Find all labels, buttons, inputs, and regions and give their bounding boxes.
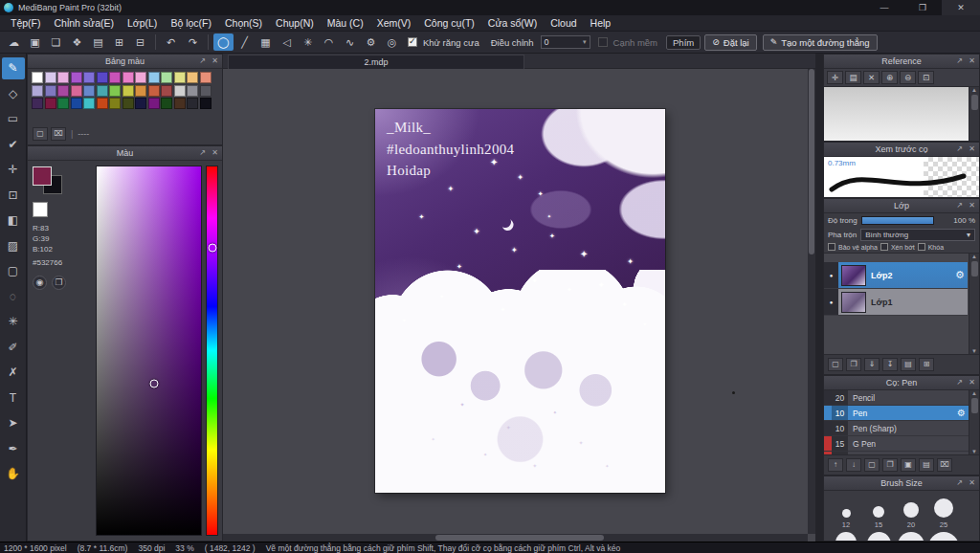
save-icon[interactable]: ▣ xyxy=(25,33,45,51)
vertical-scrollbar[interactable] xyxy=(808,69,815,534)
menu-item[interactable]: Chọn(S) xyxy=(218,15,269,32)
scrollbar-thumb[interactable] xyxy=(435,535,604,541)
color-swatch[interactable] xyxy=(83,72,95,83)
color-swatch[interactable] xyxy=(187,85,198,97)
color-swatch[interactable] xyxy=(57,72,69,83)
scrollbar-thumb[interactable] xyxy=(809,69,814,254)
color-swatch[interactable] xyxy=(109,72,121,83)
brush-up-icon[interactable]: ↑ xyxy=(828,458,843,472)
soft-edge-checkbox[interactable]: Cạnh mềm xyxy=(598,37,660,48)
brush-size-option[interactable]: 12 xyxy=(830,495,862,529)
snap-curve-icon[interactable]: ∿ xyxy=(340,33,360,51)
brush-row[interactable]: 15G Pen xyxy=(824,436,969,452)
snap-ellipse-icon[interactable]: ◠ xyxy=(319,33,339,51)
document-icon[interactable]: ▤ xyxy=(88,33,108,51)
color-swatch[interactable] xyxy=(122,98,134,109)
brush-down-icon[interactable]: ↓ xyxy=(846,458,861,472)
open-folder-icon[interactable]: ▤ xyxy=(845,71,861,84)
popout-icon[interactable]: ↗ xyxy=(954,200,965,211)
scroll-down-icon[interactable]: ▼ xyxy=(971,449,977,454)
close-icon[interactable]: ✕ xyxy=(967,377,977,388)
color-swatch[interactable] xyxy=(45,98,56,109)
color-swatch[interactable] xyxy=(45,72,56,83)
scroll-up-icon[interactable]: ▲ xyxy=(971,87,977,93)
hand-tool[interactable]: ✋ xyxy=(2,463,25,485)
color-swatch[interactable] xyxy=(187,98,198,109)
popout-icon[interactable]: ↗ xyxy=(197,147,208,159)
brush-size-option[interactable] xyxy=(895,532,927,542)
opacity-slider[interactable] xyxy=(861,216,934,225)
text-tool[interactable]: T xyxy=(2,387,25,409)
color-swatch[interactable] xyxy=(97,98,108,109)
layer-folder-icon[interactable]: ▤ xyxy=(901,358,916,371)
lasso-tool[interactable]: ◌ xyxy=(2,286,25,308)
clear-ref-icon[interactable]: ✕ xyxy=(863,71,880,84)
popout-icon[interactable]: ↗ xyxy=(197,55,208,67)
shape-brush-icon[interactable]: ◯ xyxy=(213,33,234,51)
hue-bar[interactable] xyxy=(206,166,218,536)
layer-row[interactable]: ●Lớp2⚙ xyxy=(824,262,968,289)
color-swatch[interactable] xyxy=(109,98,121,109)
select-tool[interactable]: ▢ xyxy=(2,260,25,282)
scrollbar-thumb[interactable] xyxy=(971,95,978,110)
palette-icon[interactable]: ❖ xyxy=(67,33,87,51)
dip-pen-tool[interactable]: ✒ xyxy=(2,438,25,460)
color-swatch[interactable] xyxy=(148,72,160,83)
add-brush-icon[interactable]: ▢ xyxy=(864,458,880,472)
layer-settings-icon[interactable]: ⚙ xyxy=(952,269,968,281)
layer-more-icon[interactable]: ⊞ xyxy=(919,358,934,371)
close-icon[interactable]: ✕ xyxy=(210,55,220,67)
minimize-button[interactable]: — xyxy=(865,0,903,15)
add-swatch-icon[interactable]: ❐ xyxy=(52,276,66,290)
color-swatch[interactable] xyxy=(161,98,172,109)
select-rect-tool[interactable]: ▭ xyxy=(2,108,25,130)
color-swatch[interactable] xyxy=(122,72,134,83)
color-swatch[interactable] xyxy=(200,98,212,109)
close-button[interactable]: ✕ xyxy=(942,0,980,15)
document-tab[interactable]: 2.mdp xyxy=(228,55,524,69)
foreground-color-swatch[interactable] xyxy=(33,166,52,186)
color-swatch[interactable] xyxy=(148,85,160,97)
brush-size-option[interactable]: 25 xyxy=(927,495,960,529)
delete-color-icon[interactable]: ⌧ xyxy=(51,127,66,141)
color-swatch[interactable] xyxy=(200,72,212,83)
reference-content[interactable]: ▲ xyxy=(824,87,979,141)
brush-folder-icon[interactable]: ▤ xyxy=(919,458,934,472)
snap-guide-icon[interactable]: ◎ xyxy=(382,33,402,51)
marquee-tool[interactable]: ⊡ xyxy=(2,185,25,207)
cloud-icon[interactable]: ☁ xyxy=(4,33,24,51)
menu-item[interactable]: Chỉnh sửa(E) xyxy=(48,15,121,32)
antialias-checkbox[interactable]: Khử răng cưa xyxy=(408,37,482,48)
material-icon[interactable]: ⊟ xyxy=(130,33,150,51)
color-swatch[interactable] xyxy=(32,85,43,97)
bucket-tool[interactable]: ◧ xyxy=(2,210,25,232)
merge-layer-icon[interactable]: ⇓ xyxy=(864,358,880,371)
artwork-canvas[interactable]: _Milk_ #ledoanthuylinh2004 Hoidap ✦✦✦✦✦✦… xyxy=(375,109,665,493)
color-swatch[interactable] xyxy=(109,85,121,97)
brush-list-scrollbar[interactable]: ▲ ▼ xyxy=(969,390,979,454)
select-eraser-tool[interactable]: ✗ xyxy=(2,362,25,384)
scroll-down-icon[interactable]: ▼ xyxy=(971,348,977,354)
duplicate-layer-icon[interactable]: ❐ xyxy=(846,358,861,371)
brush-tool[interactable]: ✎ xyxy=(2,57,25,79)
close-icon[interactable]: ✕ xyxy=(967,55,977,67)
scrollbar-thumb[interactable] xyxy=(971,261,978,276)
brush-size-option[interactable] xyxy=(862,532,895,542)
add-color-icon[interactable]: ▢ xyxy=(33,127,48,141)
scrollbar-thumb[interactable] xyxy=(971,398,978,413)
adjust-dropdown[interactable]: 0 ▾ xyxy=(541,35,590,49)
color-swatch[interactable] xyxy=(174,85,186,97)
pen-tool[interactable]: ✔ xyxy=(2,134,25,156)
scroll-up-icon[interactable]: ▲ xyxy=(971,390,977,396)
menu-item[interactable]: Tệp(F) xyxy=(4,15,48,32)
color-swatch[interactable] xyxy=(135,98,146,109)
duplicate-brush-icon[interactable]: ❐ xyxy=(882,458,898,472)
color-swatch[interactable] xyxy=(57,85,69,97)
grid-icon[interactable]: ⊞ xyxy=(109,33,129,51)
web-color-icon[interactable]: ◉ xyxy=(33,276,47,290)
color-swatch[interactable] xyxy=(57,98,69,109)
menu-item[interactable]: Bộ lọc(F) xyxy=(164,15,218,32)
snap-parallel-icon[interactable]: ╱ xyxy=(234,33,255,51)
visibility-toggle[interactable]: ● xyxy=(824,262,838,288)
delete-brush-icon[interactable]: ⌧ xyxy=(937,458,952,472)
